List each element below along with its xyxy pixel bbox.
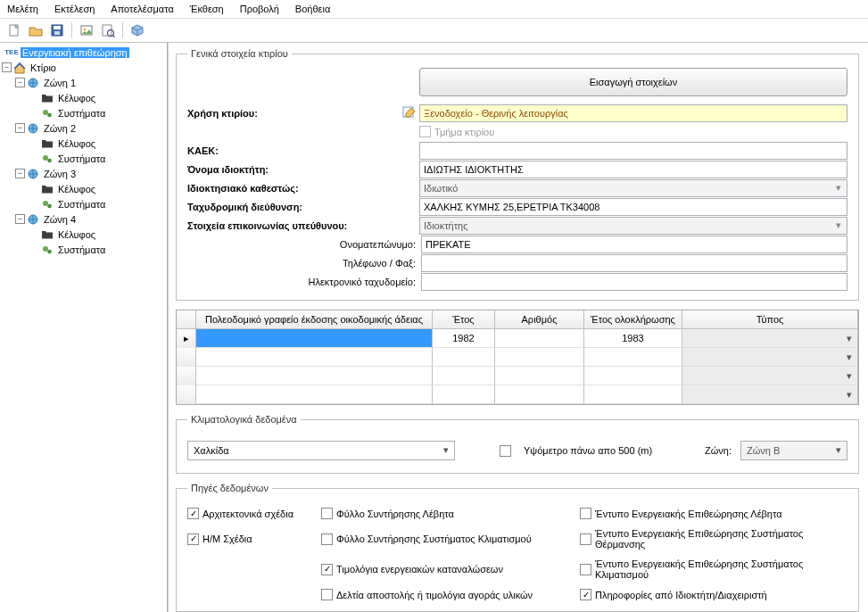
globe-icon (27, 122, 39, 135)
grid-row-2[interactable] (177, 348, 858, 367)
sources-legend: Πηγές δεδομένων (187, 483, 272, 493)
collapse-icon[interactable]: − (15, 78, 25, 87)
contact-select[interactable]: Ιδιοκτήτης (419, 217, 847, 235)
zone-label: Ζώνη: (705, 445, 732, 456)
tree-zone-2[interactable]: − Ζώνη 2 (0, 120, 167, 136)
tree-building-item[interactable]: − Κτίριο (0, 60, 167, 75)
separator (122, 22, 123, 38)
col-type[interactable]: Τύπος (682, 310, 858, 328)
permits-grid: Πολεοδομικό γραφείο έκδοσης οικοδομικής … (176, 310, 859, 405)
content-panel: Γενικά στοιχεία κτιρίου Εισαγωγή στοιχεί… (169, 43, 868, 612)
globe-icon (27, 168, 39, 180)
climate-section: Κλιματολογικά δεδομένα Χαλκίδα Υψόμετρο … (176, 414, 859, 474)
collapse-icon[interactable]: − (15, 214, 25, 224)
src-owner-info[interactable]: Πληροφορίες από Ιδιοκτήτη/Διαχειριστή (580, 589, 847, 600)
col-year[interactable]: Έτος (433, 310, 495, 328)
owner-input[interactable]: ΙΔΙΩΤΗΣ ΙΔΙΟΚΤΗΤΗΣ (419, 161, 847, 178)
owner-label: Όνομα ιδιοκτήτη: (187, 164, 400, 175)
tree-zone-2-envelope[interactable]: Κέλυφος (0, 136, 167, 151)
save-icon[interactable] (48, 21, 66, 39)
sources-section: Πηγές δεδομένων Αρχιτεκτονικά σχέδια Φύλ… (176, 483, 859, 612)
house-icon (13, 62, 26, 74)
svg-point-17 (43, 201, 48, 206)
tree-zone-3-systems[interactable]: Συστήματα (0, 196, 167, 211)
src-heat-insp[interactable]: Έντυπο Ενεργειακής Επιθεώρησης Συστήματο… (580, 528, 847, 550)
svg-point-5 (84, 29, 87, 31)
part-checkbox[interactable] (419, 126, 431, 137)
cell-number[interactable] (495, 329, 584, 348)
general-section: Γενικά στοιχεία κτιρίου Εισαγωγή στοιχεί… (176, 48, 859, 301)
grid-row-3[interactable] (177, 367, 858, 385)
altitude-checkbox[interactable] (500, 445, 511, 457)
tree-root-item[interactable]: ΤΕΕ Ενεργειακή επιθεώρηση (0, 45, 167, 60)
svg-point-14 (43, 155, 48, 161)
src-ac-insp[interactable]: Έντυπο Ενεργειακής Επιθεώρησης Συστήματο… (580, 558, 847, 580)
col-number[interactable]: Αριθμός (495, 310, 584, 328)
open-icon[interactable] (27, 21, 45, 39)
src-delivery[interactable]: Δελτία αποστολής ή τιμολόγια αγοράς υλικ… (321, 589, 580, 600)
cell-comp[interactable]: 1983 (584, 329, 682, 348)
tree-zone-label: Ζώνη 1 (42, 78, 78, 88)
menu-report[interactable]: Έκθεση (190, 4, 224, 14)
collapse-icon[interactable]: − (15, 123, 25, 133)
tree-zone-1-envelope[interactable]: Κέλυφος (0, 90, 167, 105)
tree-zone-4-envelope[interactable]: Κέλυφος (0, 227, 167, 242)
src-hm[interactable]: Η/Μ Σχέδια (187, 528, 321, 550)
phone-input[interactable] (421, 254, 847, 272)
general-legend: Γενικά στοιχεία κτιρίου (187, 48, 292, 59)
menu-view[interactable]: Προβολή (240, 4, 279, 14)
tree-building-label: Κτίριο (29, 62, 58, 73)
kaek-input[interactable] (419, 142, 847, 160)
cell-year[interactable]: 1982 (433, 329, 495, 348)
grid-row-4[interactable] (177, 385, 858, 404)
folder-icon (41, 92, 54, 104)
menu-study[interactable]: Μελέτη (7, 4, 38, 14)
cell-type-select[interactable] (682, 367, 858, 385)
email-input[interactable] (421, 273, 847, 291)
part-label: Τμήμα κτιρίου (434, 127, 494, 137)
col-office[interactable]: Πολεοδομικό γραφείο έκδοσης οικοδομικής … (196, 310, 433, 328)
cell-type-select[interactable] (682, 329, 858, 348)
menu-help[interactable]: Βοήθεια (295, 4, 330, 14)
col-comp[interactable]: Έτος ολοκλήρωσης (584, 310, 682, 328)
menu-results[interactable]: Αποτελέσματα (111, 4, 173, 14)
cell-type-select[interactable] (682, 385, 858, 404)
zone-select[interactable]: Ζώνη Β (740, 441, 847, 460)
cell-type-select[interactable] (682, 348, 858, 367)
svg-rect-3 (54, 31, 60, 35)
package-icon[interactable] (128, 21, 146, 39)
grid-row-1[interactable]: ▸ 1982 1983 (177, 329, 858, 348)
globe-icon (27, 213, 39, 226)
tree-zone-3[interactable]: − Ζώνη 3 (0, 166, 167, 181)
preview-icon[interactable] (99, 21, 117, 39)
tree-zone-1[interactable]: − Ζώνη 1 (0, 75, 167, 90)
menu-exec[interactable]: Εκτέλεση (54, 4, 95, 14)
tree-zone-4-systems[interactable]: Συστήματα (0, 242, 167, 257)
name-input[interactable]: ΠΡΕΚΑΤΕ (421, 236, 847, 253)
city-select[interactable]: Χαλκίδα (187, 441, 455, 460)
svg-point-11 (43, 110, 48, 115)
collapse-icon[interactable]: − (15, 169, 25, 178)
src-boiler-sheet[interactable]: Φύλλο Συντήρησης Λέβητα (321, 508, 580, 519)
addr-input[interactable]: ΧΑΛΚΗΣ ΚΥΜΗΣ 25,ΕΡΕΤΡΙΑ ΤΚ34008 (419, 198, 847, 216)
src-energy-bills[interactable]: Τιμολόγια ενεργειακών καταναλώσεων (321, 558, 580, 580)
src-ac-sheet[interactable]: Φύλλο Συντήρησης Συστήματος Κλιματισμού (321, 528, 580, 550)
image-icon[interactable] (78, 21, 95, 39)
tree-panel: ΤΕΕ Ενεργειακή επιθεώρηση − Κτίριο − Ζών… (0, 43, 168, 612)
tree-zone-3-envelope[interactable]: Κέλυφος (0, 181, 167, 196)
gears-icon (41, 153, 54, 165)
globe-icon (27, 77, 39, 89)
new-icon[interactable] (5, 21, 23, 39)
use-value[interactable]: Ξενοδοχείο - Θερινής λειτουργίας (419, 104, 847, 122)
tree-zone-2-systems[interactable]: Συστήματα (0, 151, 167, 166)
tree-zone-4[interactable]: − Ζώνη 4 (0, 211, 167, 227)
src-arch[interactable]: Αρχιτεκτονικά σχέδια (187, 508, 321, 519)
altitude-label: Υψόμετρο πάνω απο 500 (m) (524, 445, 652, 456)
tee-icon: ΤΕΕ (5, 46, 18, 59)
collapse-icon[interactable]: − (2, 62, 12, 72)
ownstat-select[interactable]: Ιδιωτικό (419, 179, 847, 197)
tree-zone-1-systems[interactable]: Συστήματα (0, 105, 167, 120)
edit-icon[interactable] (400, 106, 419, 120)
import-button[interactable]: Εισαγωγή στοιχείων (419, 68, 847, 96)
src-boiler-insp[interactable]: Έντυπο Ενεργειακής Επιθεώρησης Λέβητα (580, 508, 847, 519)
